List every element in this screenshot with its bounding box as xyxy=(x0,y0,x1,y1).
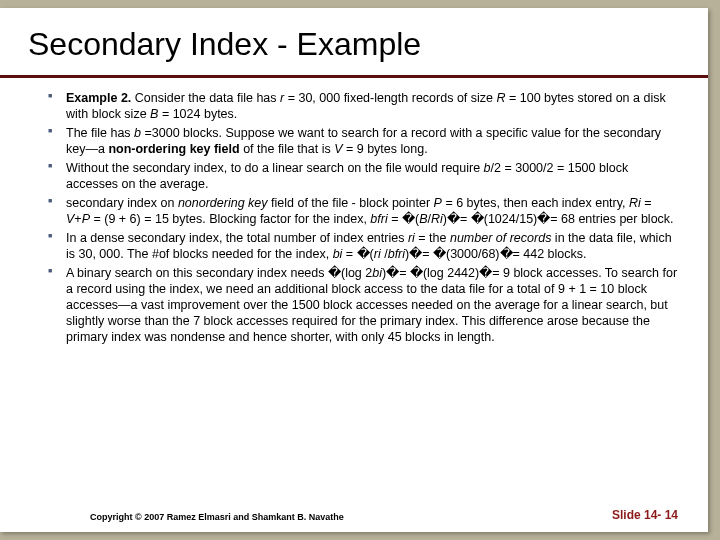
list-item: Without the secondary index, to do a lin… xyxy=(48,160,678,192)
title-divider xyxy=(0,75,708,78)
list-item: secondary index on nonordering key field… xyxy=(48,195,678,227)
copyright-text: Copyright © 2007 Ramez Elmasri and Shamk… xyxy=(90,512,344,522)
slide-title: Secondary Index - Example xyxy=(0,8,708,75)
slide-frame: Secondary Index - Example Example 2. Con… xyxy=(0,8,708,532)
list-item: In a dense secondary index, the total nu… xyxy=(48,230,678,262)
slide-content: Example 2. Consider the data file has r … xyxy=(0,84,708,345)
bullet-list: Example 2. Consider the data file has r … xyxy=(48,90,678,345)
slide-number: Slide 14- 14 xyxy=(612,508,678,522)
list-item: The file has b =3000 blocks. Suppose we … xyxy=(48,125,678,157)
list-item: Example 2. Consider the data file has r … xyxy=(48,90,678,122)
list-item: A binary search on this secondary index … xyxy=(48,265,678,345)
